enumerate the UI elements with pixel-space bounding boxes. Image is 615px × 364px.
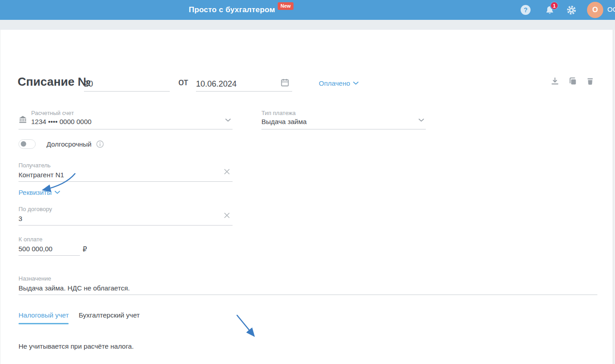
account-name[interactable]: ОО [607,5,615,13]
contract-field: По договору [19,206,233,226]
amount-field: К оплате [19,236,80,256]
status-label: Оплачено [319,79,350,87]
gear-icon [566,5,577,15]
chevron-down-icon [225,115,231,124]
recipient-input[interactable] [19,168,233,181]
account-select[interactable]: Расчетный счет 1234 •••• 0000 0000 [19,110,233,129]
delete-button[interactable] [585,75,596,87]
avatar[interactable]: О [587,2,603,18]
long-term-label: Долгосрочный [47,140,92,148]
toggle-knob [21,141,26,147]
currency-symbol: ₽ [83,245,87,253]
long-term-toggle[interactable] [19,139,36,149]
document-title: Списание № [18,75,91,89]
amount-input[interactable] [19,242,80,255]
chevron-down-icon [55,191,60,194]
date-prefix: от [178,76,188,88]
trash-icon [586,76,595,86]
info-icon[interactable] [96,140,104,148]
new-badge: New [278,2,294,10]
recipient-field: Получатель [19,162,233,182]
tab-bar: Налоговый учет Бухгалтерский учет [19,311,140,324]
tab-bookkeeping[interactable]: Бухгалтерский учет [79,311,140,324]
chevron-down-icon [419,115,424,124]
details-link-label: Реквизиты [19,189,52,196]
bank-icon [19,115,27,125]
chevron-down-icon [353,82,359,85]
copy-icon [568,76,578,86]
app-title-wrap: Просто с бухгалтером New [189,0,294,20]
clear-icon[interactable] [224,212,230,220]
clear-icon[interactable] [224,168,230,176]
account-value: 1234 •••• 0000 0000 [31,118,92,125]
copy-button[interactable] [567,75,578,87]
account-label: Расчетный счет [19,110,233,116]
tax-note: Не учитывается при расчёте налога. [19,342,134,350]
document-number-input[interactable] [84,77,170,92]
notifications-button[interactable]: 1 [544,0,555,20]
purpose-field: Назначение [19,275,597,295]
help-icon: ? [521,5,531,15]
contract-input[interactable] [19,212,233,225]
long-term-row: Долгосрочный [19,139,104,149]
date-input[interactable] [196,77,292,92]
notification-badge: 1 [550,1,559,10]
payment-type-select[interactable]: Тип платежа Выдача займа [261,110,426,129]
app-title: Просто с бухгалтером [189,5,275,14]
scrollbar[interactable] [613,30,615,364]
purpose-input[interactable] [19,281,597,295]
payment-type-value: Выдача займа [261,118,307,125]
download-button[interactable] [550,75,560,87]
app-header: Просто с бухгалтером New ? 1 О ОО [0,0,615,20]
help-button[interactable]: ? [521,0,531,20]
calendar-icon[interactable] [280,78,289,87]
sub-header-band [0,20,615,30]
document-actions [550,75,596,87]
status-dropdown[interactable]: Оплачено [319,79,359,87]
tab-tax-accounting[interactable]: Налоговый учет [19,311,69,324]
payment-type-label: Тип платежа [261,110,426,116]
download-icon [550,76,560,86]
settings-button[interactable] [566,0,577,20]
details-link[interactable]: Реквизиты [19,189,60,196]
document-form: Списание № от Оплачено [0,30,612,364]
